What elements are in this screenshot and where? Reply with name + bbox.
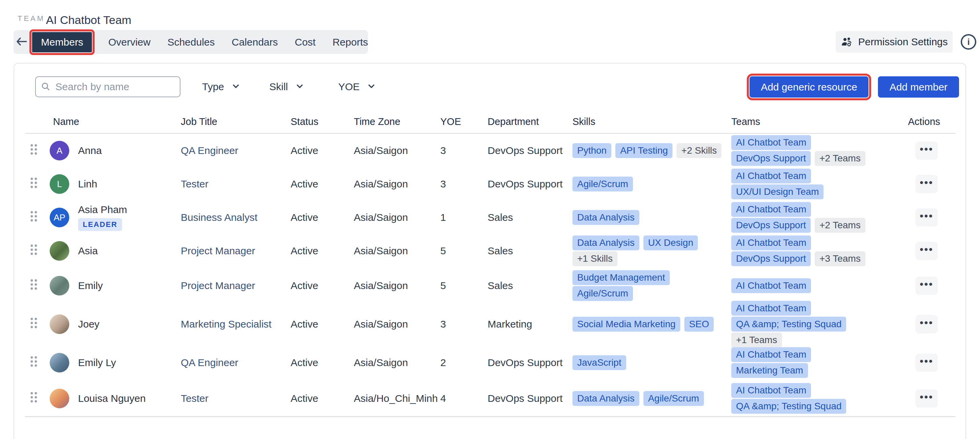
row-actions-button[interactable]: ••• [915, 208, 938, 227]
drag-handle[interactable] [30, 279, 38, 293]
skill-chip: SEO [684, 317, 714, 331]
team-chip: AI Chatbot Team [731, 235, 811, 250]
team-chip: AI Chatbot Team [731, 202, 811, 217]
member-name-text: Asia Pham [78, 204, 127, 216]
yoe-cell: 2 [440, 357, 446, 368]
member-name: Joey [78, 319, 99, 330]
drag-handle[interactable] [30, 356, 38, 370]
filter-type-label: Type [202, 81, 224, 92]
skills-cell: Data Analysis [573, 209, 640, 226]
leader-badge: LEADER [78, 218, 122, 231]
avatar: A [50, 141, 69, 160]
add-member-button[interactable]: Add member [878, 76, 959, 98]
page: TEAM AI Chatbot Team Members Overview Sc… [0, 0, 980, 439]
table-row: JoeyMarketing SpecialistActiveAsia/Saigo… [14, 304, 966, 344]
team-chip: DevOps Support [731, 252, 811, 266]
drag-handle[interactable] [30, 177, 38, 192]
team-chip: AI Chatbot Team [731, 383, 811, 398]
team-chip: AI Chatbot Team [731, 347, 811, 362]
job-title-cell: QA Engineer [181, 357, 238, 368]
row-actions-button[interactable]: ••• [915, 277, 938, 295]
actions-cell: ••• [908, 353, 945, 372]
skills-cell: PythonAPI Testing+2 Skills [573, 142, 721, 159]
row-actions-button[interactable]: ••• [915, 242, 938, 260]
job-title-cell: Business Analyst [181, 212, 258, 223]
job-title-cell: Marketing Specialist [181, 319, 271, 330]
status-cell: Active [291, 357, 318, 368]
chevron-down-icon [368, 84, 374, 90]
row-actions-button[interactable]: ••• [915, 389, 938, 407]
skill-chip: JavaScript [573, 355, 626, 370]
tab-cost[interactable]: Cost [295, 36, 316, 48]
tab-members[interactable]: Members [32, 32, 92, 52]
tab-schedules[interactable]: Schedules [167, 36, 215, 48]
skill-chip: API Testing [616, 143, 673, 158]
skill-chip: Agile/Scrum [643, 391, 704, 406]
team-navbar: Members Overview Schedules Calendars Cos… [14, 30, 368, 54]
row-actions-button[interactable]: ••• [915, 141, 938, 160]
search-box [35, 76, 180, 97]
member-name-text: Anna [78, 145, 102, 156]
teams-cell: AI Chatbot TeamDevOps Support+3 Teams [731, 235, 865, 267]
table-row: AsiaProject ManagerActiveAsia/Saigon5Sal… [14, 235, 966, 268]
member-name-text: Emily [78, 280, 103, 292]
column-header-status: Status [291, 116, 318, 127]
column-header-skills: Skills [573, 116, 595, 127]
tab-calendars[interactable]: Calendars [232, 36, 278, 48]
members-card: Type Skill YOE Add generic resource Add … [14, 63, 966, 439]
filter-yoe-label: YOE [338, 81, 360, 92]
column-header-teams: Teams [731, 116, 760, 127]
skill-chip: Social Media Marketing [573, 317, 680, 331]
department-cell: Sales [488, 280, 513, 292]
more-chip: +2 Teams [815, 218, 865, 233]
team-chip: UX/UI Design Team [731, 185, 824, 200]
department-cell: DevOps Support [488, 145, 563, 156]
status-cell: Active [291, 319, 318, 330]
drag-handle[interactable] [30, 317, 38, 331]
time-zone-cell: Asia/Ho_Chi_Minh [354, 393, 438, 404]
actions-cell: ••• [908, 277, 945, 295]
row-actions-button[interactable]: ••• [915, 315, 938, 333]
status-cell: Active [291, 178, 318, 190]
table-row: EmilyProject ManagerActiveAsia/Saigon5Sa… [14, 268, 966, 304]
time-zone-cell: Asia/Saigon [354, 178, 408, 190]
row-actions-button[interactable]: ••• [915, 175, 938, 193]
back-button[interactable] [14, 37, 29, 48]
drag-handle[interactable] [30, 244, 38, 258]
time-zone-cell: Asia/Saigon [354, 245, 408, 257]
member-name: Anna [78, 145, 102, 156]
search-input[interactable] [35, 76, 180, 97]
table-row: LLinhTesterActiveAsia/Saigon3DevOps Supp… [14, 168, 966, 201]
yoe-cell: 1 [440, 212, 446, 223]
drag-handle[interactable] [30, 144, 38, 158]
drag-handle[interactable] [30, 391, 38, 406]
tab-overview[interactable]: Overview [108, 36, 150, 48]
add-generic-resource-button[interactable]: Add generic resource [749, 76, 869, 98]
filter-yoe[interactable]: YOE [338, 76, 374, 97]
filter-type[interactable]: Type [202, 76, 239, 97]
time-zone-cell: Asia/Saigon [354, 357, 408, 368]
status-cell: Active [291, 393, 318, 404]
permission-settings-button[interactable]: Permission Settings [836, 31, 953, 53]
team-chip: AI Chatbot Team [731, 168, 811, 183]
member-name-text: Emily Ly [78, 357, 116, 368]
teams-cell: AI Chatbot TeamMarketing Team [731, 346, 811, 379]
actions-cell: ••• [908, 141, 945, 160]
time-zone-cell: Asia/Saigon [354, 145, 408, 156]
skill-chip: UX Design [643, 235, 698, 250]
drag-handle[interactable] [30, 211, 38, 225]
row-actions-button[interactable]: ••• [915, 353, 938, 372]
yoe-cell: 3 [440, 145, 446, 156]
teams-cell: AI Chatbot Team [731, 277, 811, 294]
time-zone-cell: Asia/Saigon [354, 212, 408, 223]
more-chip: +2 Teams [815, 151, 865, 166]
avatar [50, 276, 69, 295]
info-icon[interactable]: i [961, 34, 976, 50]
filter-skill[interactable]: Skill [269, 76, 303, 97]
column-header-name: Name [53, 116, 79, 127]
tab-reports[interactable]: Reports [332, 36, 368, 48]
actions-cell: ••• [908, 242, 945, 260]
job-title-cell: Project Manager [181, 280, 255, 292]
department-cell: DevOps Support [488, 393, 563, 404]
table-row: AAnnaQA EngineerActiveAsia/Saigon3DevOps… [14, 134, 966, 168]
